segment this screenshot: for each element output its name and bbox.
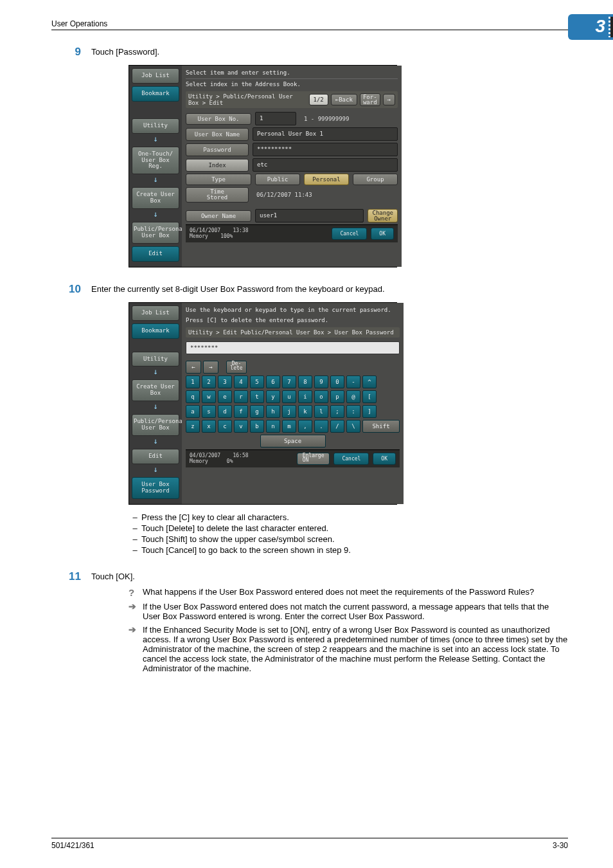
status-date: 04/03/2007 (190, 453, 220, 458)
type-personal-button[interactable]: Personal (304, 174, 349, 185)
bullet-text: Touch [Delete] to delete the last charac… (141, 523, 328, 533)
utility-button[interactable]: Utility (132, 352, 179, 367)
key-i[interactable]: i (298, 390, 312, 403)
key--[interactable]: - (346, 375, 360, 388)
key-,[interactable]: , (298, 420, 312, 433)
cursor-left-button[interactable]: ← (186, 361, 201, 374)
delete-button[interactable]: De- lete (226, 361, 247, 374)
key-b[interactable]: b (250, 420, 264, 433)
key-x[interactable]: x (202, 420, 216, 433)
password-input[interactable]: ******** (186, 341, 400, 354)
change-owner-button[interactable]: Change Owner (368, 209, 398, 222)
key-5[interactable]: 5 (250, 375, 264, 388)
key-/[interactable]: / (330, 420, 344, 433)
password-button[interactable]: Password (186, 143, 249, 156)
owner-name-value: user1 (255, 209, 364, 222)
type-group-button[interactable]: Group (353, 174, 398, 185)
dash-icon: – (129, 512, 141, 522)
space-key[interactable]: Space (260, 435, 326, 448)
key-v[interactable]: v (234, 420, 248, 433)
key-7[interactable]: 7 (282, 375, 296, 388)
breadcrumb: Utility > Edit Public/Personal User Box … (188, 329, 394, 336)
key-[[interactable]: [ (362, 390, 377, 403)
status-memory-label: Memory (190, 233, 208, 239)
utility-button[interactable]: Utility (132, 118, 179, 134)
key-6[interactable]: 6 (266, 375, 280, 388)
key-f[interactable]: f (234, 405, 248, 418)
key-j[interactable]: j (282, 405, 296, 418)
key-g[interactable]: g (250, 405, 264, 418)
key-y[interactable]: y (266, 390, 280, 403)
key-w[interactable]: w (202, 390, 216, 403)
type-label: Type (186, 174, 251, 185)
bookmark-button[interactable]: Bookmark (132, 323, 179, 339)
key-h[interactable]: h (266, 405, 280, 418)
job-list-button[interactable]: Job List (132, 68, 179, 84)
user-box-name-value: Personal User Box 1 (253, 127, 398, 141)
bullet-text: Press the [C] key to clear all character… (141, 512, 289, 522)
cancel-button[interactable]: Cancel (332, 228, 367, 240)
key-l[interactable]: l (314, 405, 328, 418)
keyboard-row-numbers: 1234567890-^ (186, 375, 400, 388)
status-date: 06/14/2007 (190, 228, 220, 233)
create-user-box-button[interactable]: Create User Box (132, 187, 179, 209)
step-text-11: Touch [OK]. (91, 570, 568, 583)
key-c[interactable]: c (218, 420, 232, 433)
key-4[interactable]: 4 (234, 375, 248, 388)
keyboard-row-a: asdfghjkl;:] (186, 405, 400, 418)
index-button[interactable]: Index (186, 159, 249, 172)
key-d[interactable]: d (218, 405, 232, 418)
key-r[interactable]: r (234, 390, 248, 403)
key-@[interactable]: @ (346, 390, 360, 403)
key-1[interactable]: 1 (186, 375, 200, 388)
key-][interactable]: ] (362, 405, 377, 418)
user-box-password-button[interactable]: User Box Password (132, 477, 179, 499)
cancel-button[interactable]: Cancel (333, 453, 369, 465)
shift-key[interactable]: Shift (362, 420, 400, 433)
key-2[interactable]: 2 (202, 375, 216, 388)
create-user-box-button[interactable]: Create User Box (132, 379, 179, 401)
key-^[interactable]: ^ (362, 375, 377, 388)
back-button[interactable]: ←Back (331, 94, 357, 105)
key-q[interactable]: q (186, 390, 200, 403)
key-s[interactable]: s (202, 405, 216, 418)
key-n[interactable]: n (266, 420, 280, 433)
key-3[interactable]: 3 (218, 375, 232, 388)
ok-button[interactable]: OK (373, 453, 396, 465)
enlarge-button[interactable]: Enlarge ON (297, 453, 330, 465)
key-p[interactable]: p (330, 390, 344, 403)
key-k[interactable]: k (298, 405, 312, 418)
key-t[interactable]: t (250, 390, 264, 403)
key-9[interactable]: 9 (314, 375, 328, 388)
key-0[interactable]: 0 (330, 375, 344, 388)
job-list-button[interactable]: Job List (132, 305, 179, 321)
key-;[interactable]: ; (330, 405, 344, 418)
cursor-right-button[interactable]: → (203, 361, 218, 374)
type-public-button[interactable]: Public (255, 174, 300, 185)
key-8[interactable]: 8 (298, 375, 312, 388)
user-box-name-button[interactable]: User Box Name (186, 128, 249, 141)
key-o[interactable]: o (314, 390, 328, 403)
public-personal-box-button[interactable]: Public/Personal User Box (132, 414, 179, 436)
one-touch-button[interactable]: One-Touch/ User Box Reg. (132, 147, 179, 175)
breadcrumb: Utility > Public/Personal User Box > Edi… (188, 93, 306, 106)
key-m[interactable]: m (282, 420, 296, 433)
key-.[interactable]: . (314, 420, 328, 433)
edit-button[interactable]: Edit (132, 246, 179, 262)
step-number-10: 10 (51, 283, 91, 296)
forward-button[interactable]: For- ward (360, 93, 380, 106)
down-arrow-icon: ↓ (132, 135, 179, 143)
step-number-11: 11 (51, 570, 91, 583)
key-\[interactable]: \ (346, 420, 360, 433)
key-e[interactable]: e (218, 390, 232, 403)
edit-button[interactable]: Edit (132, 449, 179, 464)
key-a[interactable]: a (186, 405, 200, 418)
next-arrow-button[interactable]: → (383, 94, 395, 105)
bookmark-button[interactable]: Bookmark (132, 86, 179, 102)
public-personal-box-button[interactable]: Public/Personal User Box (132, 222, 179, 244)
key-z[interactable]: z (186, 420, 200, 433)
status-time: 16:58 (233, 453, 248, 458)
key-u[interactable]: u (282, 390, 296, 403)
ok-button[interactable]: OK (371, 228, 394, 240)
key-:[interactable]: : (346, 405, 360, 418)
